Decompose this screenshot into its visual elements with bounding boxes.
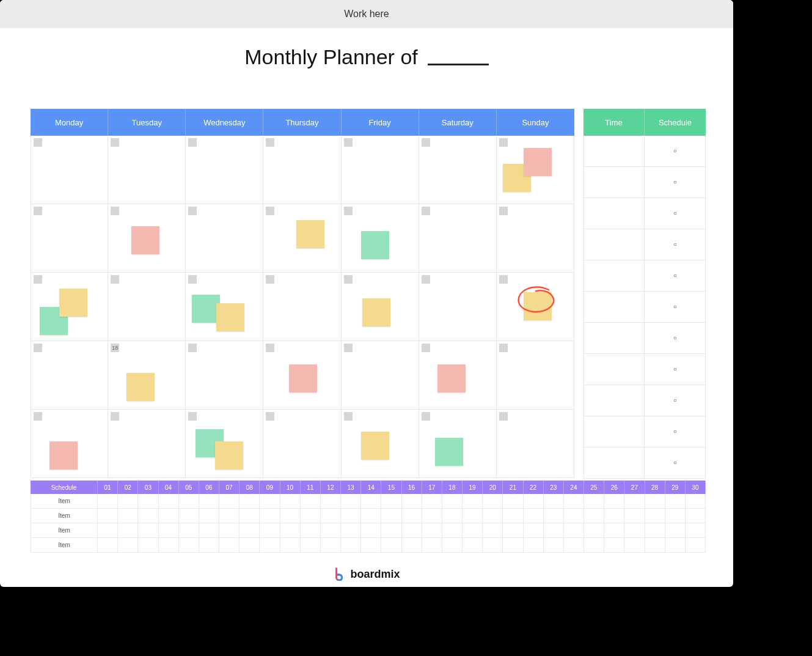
side-row[interactable]	[583, 292, 706, 323]
sticky-note[interactable]	[435, 438, 463, 466]
gantt-row[interactable]: Item	[31, 494, 706, 509]
calendar-day[interactable]	[419, 204, 497, 273]
gantt-cell[interactable]	[138, 509, 158, 523]
gantt-cell[interactable]	[463, 523, 483, 538]
calendar-day[interactable]	[419, 273, 497, 341]
gantt-cell[interactable]	[483, 494, 503, 509]
calendar-day[interactable]	[497, 341, 574, 410]
sticky-note[interactable]	[361, 231, 389, 259]
calendar-day[interactable]	[108, 136, 186, 204]
sticky-note[interactable]	[524, 292, 552, 320]
gantt-cell[interactable]	[524, 494, 544, 509]
gantt-cell[interactable]	[402, 523, 422, 538]
gantt-cell[interactable]	[402, 494, 422, 509]
gantt-cell[interactable]	[381, 494, 401, 509]
gantt-cell[interactable]	[321, 509, 341, 523]
gantt-cell[interactable]	[584, 509, 604, 523]
gantt-cell[interactable]	[138, 494, 158, 509]
gantt-cell[interactable]	[442, 523, 463, 538]
gantt-cell[interactable]	[686, 509, 706, 523]
calendar-day[interactable]	[342, 273, 419, 341]
calendar-day[interactable]	[342, 341, 419, 410]
gantt-cell[interactable]	[98, 538, 118, 553]
sticky-note[interactable]	[49, 441, 78, 470]
calendar-day[interactable]	[263, 204, 341, 273]
calendar-day[interactable]	[186, 204, 263, 273]
side-schedule-cell[interactable]	[645, 292, 706, 323]
calendar-day[interactable]	[108, 410, 186, 478]
gantt-cell[interactable]	[483, 523, 503, 538]
side-schedule-cell[interactable]	[645, 198, 706, 229]
gantt-cell[interactable]	[138, 523, 158, 538]
gantt-cell[interactable]	[219, 523, 240, 538]
gantt-cell[interactable]	[604, 509, 624, 523]
gantt-cell[interactable]	[665, 523, 686, 538]
gantt-cell[interactable]	[442, 538, 463, 553]
gantt-cell[interactable]	[442, 494, 463, 509]
gantt-cell[interactable]	[463, 538, 483, 553]
gantt-cell[interactable]	[665, 494, 686, 509]
gantt-cell[interactable]	[564, 509, 584, 523]
gantt-cell[interactable]	[159, 509, 179, 523]
gantt-cell[interactable]	[118, 538, 138, 553]
gantt-cell[interactable]	[219, 538, 240, 553]
calendar-day[interactable]	[263, 410, 341, 478]
gantt-cell[interactable]	[199, 494, 219, 509]
gantt-cell[interactable]	[118, 523, 138, 538]
calendar-day[interactable]	[419, 136, 497, 204]
calendar-day[interactable]	[31, 410, 108, 478]
gantt-cell[interactable]	[503, 523, 523, 538]
gantt-cell[interactable]	[280, 538, 301, 553]
calendar-day[interactable]	[31, 204, 108, 273]
gantt-cell[interactable]	[686, 538, 706, 553]
gantt-cell[interactable]	[159, 523, 179, 538]
calendar-day[interactable]	[263, 136, 341, 204]
gantt-row[interactable]: Item	[31, 509, 706, 523]
calendar-day[interactable]	[342, 410, 419, 478]
calendar-day[interactable]	[342, 136, 419, 204]
gantt-cell[interactable]	[98, 494, 118, 509]
side-time-cell[interactable]	[583, 323, 645, 354]
gantt-cell[interactable]	[645, 509, 665, 523]
side-time-cell[interactable]	[583, 292, 645, 323]
gantt-cell[interactable]	[98, 523, 118, 538]
gantt-cell[interactable]	[98, 509, 118, 523]
side-time-cell[interactable]	[583, 416, 645, 448]
sticky-note[interactable]	[296, 220, 324, 248]
calendar-day[interactable]	[186, 136, 263, 204]
side-row[interactable]	[583, 167, 706, 198]
gantt-cell[interactable]	[240, 494, 260, 509]
gantt-cell[interactable]	[544, 523, 564, 538]
side-row[interactable]	[583, 385, 706, 416]
gantt-cell[interactable]	[179, 538, 199, 553]
gantt-cell[interactable]	[524, 523, 544, 538]
side-schedule-cell[interactable]	[645, 260, 706, 292]
calendar-day[interactable]	[186, 410, 263, 478]
gantt-cell[interactable]	[260, 523, 280, 538]
gantt-cell[interactable]	[483, 538, 503, 553]
calendar-day[interactable]	[419, 341, 497, 410]
gantt-cell[interactable]	[604, 523, 624, 538]
gantt-cell[interactable]	[280, 523, 301, 538]
gantt-cell[interactable]	[463, 494, 483, 509]
side-row[interactable]	[583, 260, 706, 292]
gantt-cell[interactable]	[584, 538, 604, 553]
gantt-cell[interactable]	[645, 538, 665, 553]
gantt-cell[interactable]	[301, 494, 321, 509]
gantt-schedule[interactable]: Schedule01020304050607080910111213141516…	[31, 481, 706, 553]
calendar-day[interactable]	[419, 410, 497, 478]
side-time-cell[interactable]	[583, 385, 645, 416]
gantt-cell[interactable]	[483, 509, 503, 523]
calendar-day[interactable]	[497, 410, 574, 478]
calendar-day[interactable]	[497, 204, 574, 273]
gantt-cell[interactable]	[564, 494, 584, 509]
calendar-day[interactable]	[263, 341, 341, 410]
gantt-cell[interactable]	[584, 494, 604, 509]
gantt-cell[interactable]	[524, 538, 544, 553]
gantt-cell[interactable]	[624, 538, 645, 553]
calendar-day[interactable]	[31, 136, 108, 204]
gantt-cell[interactable]	[260, 538, 280, 553]
gantt-cell[interactable]	[361, 538, 381, 553]
calendar-day[interactable]	[31, 273, 108, 341]
calendar-day[interactable]	[31, 341, 108, 410]
